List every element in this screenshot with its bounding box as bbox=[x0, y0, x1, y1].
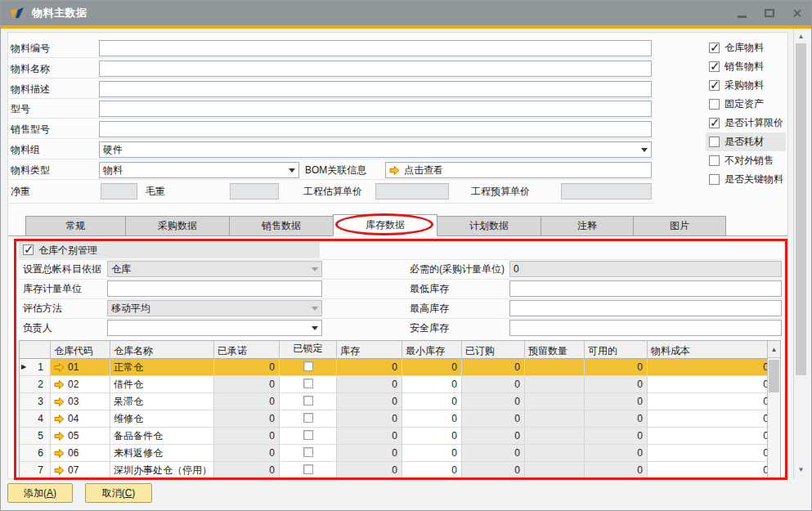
locked-cell[interactable] bbox=[280, 462, 337, 479]
locked-cell[interactable] bbox=[280, 445, 337, 462]
min-stock-cell[interactable]: 0 bbox=[402, 462, 462, 479]
flag-checkbox-item[interactable]: 固定资产 bbox=[706, 95, 787, 114]
scrollbar-thumb[interactable] bbox=[769, 360, 779, 392]
item-cost-cell[interactable]: 0 bbox=[648, 445, 769, 462]
model-input[interactable] bbox=[99, 101, 652, 117]
item-cost-cell[interactable]: 0 bbox=[648, 462, 769, 479]
checkbox[interactable] bbox=[709, 99, 720, 110]
warehouse-code-cell[interactable]: 02 bbox=[51, 376, 110, 393]
tab[interactable]: 销售数据 bbox=[229, 216, 334, 236]
flag-checkbox-item[interactable]: ✓ 仓库物料 bbox=[706, 38, 787, 57]
row-selector-cell[interactable]: 3 bbox=[20, 393, 51, 410]
scroll-up-icon[interactable]: ▲ bbox=[794, 30, 808, 43]
warehouse-code-cell[interactable]: 01 bbox=[51, 359, 110, 376]
item-number-input[interactable] bbox=[99, 40, 652, 56]
item-type-select[interactable]: 物料 bbox=[99, 162, 299, 178]
max-inventory-input[interactable] bbox=[509, 300, 782, 316]
locked-cell[interactable] bbox=[280, 359, 337, 376]
close-button[interactable]: ✕ bbox=[790, 6, 805, 20]
warehouse-code-cell[interactable]: 05 bbox=[51, 428, 110, 445]
link-arrow-icon[interactable] bbox=[54, 414, 65, 424]
min-stock-cell[interactable]: 0 bbox=[402, 359, 462, 376]
flag-checkbox-item[interactable]: ✓ 采购物料 bbox=[706, 76, 787, 95]
scrollbar-thumb[interactable] bbox=[796, 43, 806, 375]
locked-cell[interactable] bbox=[280, 428, 337, 445]
bom-view-link[interactable]: 点击查看 bbox=[404, 163, 443, 177]
inventory-uom-input[interactable] bbox=[107, 280, 322, 297]
locked-checkbox[interactable] bbox=[303, 396, 313, 406]
link-arrow-icon[interactable] bbox=[389, 165, 400, 176]
item-group-select[interactable]: 硬件 bbox=[99, 141, 652, 158]
locked-checkbox[interactable] bbox=[303, 447, 313, 457]
tab[interactable]: 采购数据 bbox=[125, 216, 230, 236]
locked-cell[interactable] bbox=[280, 376, 337, 393]
min-stock-cell[interactable]: 0 bbox=[402, 445, 462, 462]
tab[interactable]: 图片 bbox=[633, 216, 726, 236]
warehouse-code-cell[interactable]: 07 bbox=[51, 462, 110, 479]
checkbox[interactable]: ✓ bbox=[709, 43, 720, 53]
flag-checkbox-item[interactable]: 不对外销售 bbox=[706, 151, 787, 170]
row-selector-cell[interactable]: 7 bbox=[20, 462, 51, 479]
checkbox[interactable]: ✓ bbox=[709, 80, 720, 91]
link-arrow-icon[interactable] bbox=[54, 431, 65, 442]
checkbox[interactable] bbox=[709, 137, 720, 147]
locked-checkbox[interactable] bbox=[303, 361, 313, 371]
manage-by-warehouse-checkbox[interactable]: ✓ bbox=[23, 244, 34, 255]
add-button[interactable]: 添加(A) bbox=[7, 483, 73, 503]
row-selector-cell[interactable]: ▶ 1 bbox=[20, 359, 51, 376]
checkbox[interactable] bbox=[709, 155, 720, 166]
row-selector-cell[interactable]: 5 bbox=[20, 428, 51, 445]
cancel-button[interactable]: 取消(C) bbox=[85, 483, 152, 503]
maximize-button[interactable] bbox=[762, 6, 777, 20]
locked-cell[interactable] bbox=[280, 410, 337, 428]
table-scrollbar[interactable]: ▲ bbox=[767, 341, 780, 477]
warehouse-code-cell[interactable]: 04 bbox=[51, 410, 110, 428]
scroll-down-icon[interactable]: ▼ bbox=[794, 464, 808, 477]
warehouse-name-cell[interactable]: 来料返修仓 bbox=[110, 445, 214, 462]
warehouse-code-cell[interactable]: 06 bbox=[51, 445, 110, 462]
locked-cell[interactable] bbox=[280, 393, 337, 410]
link-arrow-icon[interactable] bbox=[54, 465, 65, 476]
tab[interactable]: 库存数据 bbox=[333, 214, 437, 236]
warehouse-name-cell[interactable]: 维修仓 bbox=[110, 410, 214, 428]
tab[interactable]: 常规 bbox=[25, 216, 126, 236]
item-cost-cell[interactable]: 0 bbox=[648, 359, 769, 376]
link-arrow-icon[interactable] bbox=[54, 379, 65, 390]
item-cost-cell[interactable]: 0 bbox=[648, 393, 769, 410]
locked-checkbox[interactable] bbox=[303, 430, 313, 440]
item-cost-cell[interactable]: 0 bbox=[648, 376, 769, 393]
flag-checkbox-item[interactable]: 是否耗材 bbox=[706, 132, 786, 151]
item-desc-input[interactable] bbox=[99, 81, 652, 97]
checkbox[interactable]: ✓ bbox=[709, 61, 720, 72]
link-arrow-icon[interactable] bbox=[54, 362, 65, 373]
minimize-button[interactable] bbox=[734, 6, 749, 20]
item-name-input[interactable] bbox=[99, 61, 652, 77]
locked-checkbox[interactable] bbox=[303, 379, 313, 388]
warehouse-name-cell[interactable]: 正常仓 bbox=[110, 359, 214, 376]
tab[interactable]: 注释 bbox=[541, 216, 634, 236]
flag-checkbox-item[interactable]: ✓ 是否计算限价 bbox=[706, 114, 787, 132]
min-stock-cell[interactable]: 0 bbox=[402, 410, 462, 428]
warehouse-name-cell[interactable]: 深圳办事处仓（停用） bbox=[110, 462, 214, 479]
min-stock-cell[interactable]: 0 bbox=[402, 376, 462, 393]
item-cost-cell[interactable]: 0 bbox=[648, 428, 769, 445]
scroll-up-icon[interactable]: ▲ bbox=[768, 341, 780, 358]
tab[interactable]: 计划数据 bbox=[437, 216, 541, 236]
row-selector-cell[interactable]: 4 bbox=[20, 410, 51, 428]
min-inventory-input[interactable] bbox=[509, 280, 782, 297]
safety-inventory-input[interactable] bbox=[509, 320, 782, 336]
row-selector-cell[interactable]: 6 bbox=[20, 445, 51, 462]
warehouse-code-cell[interactable]: 03 bbox=[51, 393, 110, 410]
warehouse-name-cell[interactable]: 借件仓 bbox=[110, 376, 214, 393]
locked-checkbox[interactable] bbox=[303, 413, 313, 423]
item-cost-cell[interactable]: 0 bbox=[648, 410, 769, 428]
link-arrow-icon[interactable] bbox=[54, 397, 65, 407]
locked-checkbox[interactable] bbox=[303, 464, 313, 474]
checkbox[interactable]: ✓ bbox=[709, 118, 720, 128]
sales-model-input[interactable] bbox=[99, 121, 652, 137]
warehouse-name-cell[interactable]: 呆滞仓 bbox=[110, 393, 214, 410]
person-in-charge-select[interactable] bbox=[107, 320, 322, 336]
warehouse-name-cell[interactable]: 备品备件仓 bbox=[110, 428, 214, 445]
link-arrow-icon[interactable] bbox=[54, 448, 65, 459]
flag-checkbox-item[interactable]: 是否关键物料 bbox=[706, 170, 787, 189]
